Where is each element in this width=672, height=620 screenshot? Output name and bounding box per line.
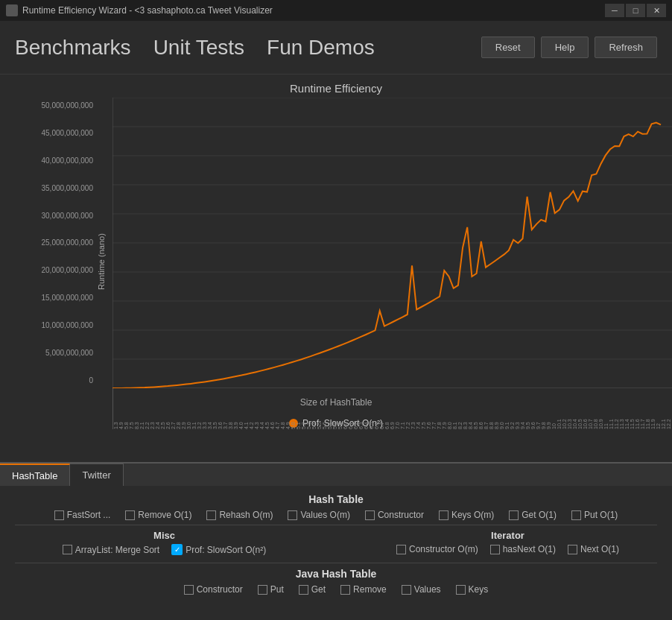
titlebar: Runtime Efficiency Wizard - <3 sashaphot… [0,0,672,21]
cb-fastsort-box[interactable] [54,510,64,520]
y-tick-0: 0 [7,376,93,385]
chart-svg [112,98,672,388]
y-tick-1: 5,000,000,000 [7,349,93,357]
reset-button[interactable]: Reset [481,37,535,58]
x-axis-ticks: 1.34.95.87.58.32.12.22.32.42.52.62.72.82… [112,388,672,429]
cb-slowsort-label: Prof: SlowSort O(n²) [186,545,266,555]
cb-jht-put-box[interactable] [258,585,267,595]
cb-next-label: Next O(1) [580,544,619,554]
cb-hasnext-box[interactable] [490,545,500,554]
y-tick-6: 30,000,000,000 [7,212,93,220]
cb-arraylist: ArrayList: Merge Sort [63,545,159,555]
cb-keys-label: Keys O(m) [451,510,494,520]
cb-iter-constructor: Constructor O(m) [396,544,478,554]
nav-tab-fun-demos[interactable]: Fun Demos [267,33,375,63]
app-icon [6,4,18,16]
cb-jht-values-box[interactable] [402,585,411,595]
cb-keys: Keys O(m) [439,510,494,520]
iterator-row: Constructor O(m) hasNext O(1) Next O(1) [358,544,657,554]
nav-buttons: Reset Help Refresh [481,37,657,58]
cb-next: Next O(1) [568,544,619,554]
cb-values-label: Values O(m) [300,510,349,520]
cb-put: Put O(1) [571,510,618,520]
misc-title: Misc [15,530,314,541]
cb-next-box[interactable] [568,545,577,554]
y-tick-9: 45,000,000,000 [7,129,93,137]
iterator-section: Iterator Constructor O(m) hasNext O(1) N… [358,530,657,558]
cb-hasnext-label: hasNext O(1) [503,544,556,554]
y-tick-10: 50,000,000,000 [7,101,93,110]
nav-tab-benchmarks[interactable]: Benchmarks [15,33,131,63]
cb-jht-remove-box[interactable] [340,585,350,595]
chart-title: Runtime Efficiency [7,82,665,95]
controls-area: Hash Table FastSort ... Remove O(1) Reha… [0,486,672,605]
cb-hasnext: hasNext O(1) [490,544,556,554]
cb-remove: Remove O(1) [125,510,191,520]
chart-line [112,123,661,388]
cb-fastsort-label: FastSort ... [67,510,111,520]
cb-values-box[interactable] [288,510,297,520]
cb-arraylist-label: ArrayList: Merge Sort [75,545,159,555]
cb-jht-get-box[interactable] [299,585,308,595]
maximize-button[interactable]: □ [626,4,645,17]
nav-tabs: Benchmarks Unit Tests Fun Demos [15,33,481,63]
close-button[interactable]: ✕ [647,4,666,17]
cb-constructor: Constructor [365,510,424,520]
cb-constructor-box[interactable] [365,510,375,520]
cb-jht-values-label: Values [414,584,441,595]
cb-jht-keys-box[interactable] [456,585,466,595]
cb-slowsort: ✓ Prof: SlowSort O(n²) [171,544,266,555]
misc-row: ArrayList: Merge Sort ✓ Prof: SlowSort O… [15,544,314,555]
nav-tab-unit-tests[interactable]: Unit Tests [153,33,244,63]
cb-jht-values: Values [402,584,441,595]
cb-rehash-label: Rehash O(m) [219,510,273,520]
help-button[interactable]: Help [541,37,589,58]
cb-jht-constructor: Constructor [184,584,243,595]
y-tick-3: 15,000,000,000 [7,294,93,302]
cb-jht-constructor-label: Constructor [197,584,243,595]
cb-jht-keys: Keys [456,584,489,595]
cb-get-box[interactable] [509,510,519,520]
refresh-button[interactable]: Refresh [595,37,657,58]
y-tick-7: 35,000,000,000 [7,184,93,192]
cb-remove-label: Remove O(1) [138,510,191,520]
cb-jht-remove-label: Remove [353,584,387,595]
misc-section: Misc ArrayList: Merge Sort ✓ Prof: SlowS… [15,530,314,558]
cb-remove-box[interactable] [125,510,135,520]
tab-hashtable[interactable]: HashTable [0,464,70,486]
cb-slowsort-box[interactable]: ✓ [171,544,183,555]
java-hash-title: Java Hash Table [15,568,657,580]
cb-keys-box[interactable] [439,510,448,520]
cb-jht-get-label: Get [311,584,326,595]
hash-table-row: FastSort ... Remove O(1) Rehash O(m) Val… [15,510,657,520]
cb-jht-put: Put [258,584,284,595]
hash-table-title: Hash Table [15,493,657,505]
tab-twitter[interactable]: Twitter [70,464,123,486]
y-tick-8: 40,000,000,000 [7,156,93,165]
y-axis-label: Runtime (nano) [93,98,110,426]
chart-container: 50,000,000,000 45,000,000,000 40,000,000… [7,98,665,426]
bottom-tabs: HashTable Twitter [0,462,672,486]
y-tick-5: 25,000,000,000 [7,238,93,247]
titlebar-title: Runtime Efficiency Wizard - <3 sashaphot… [22,5,605,16]
cb-jht-put-label: Put [270,584,284,595]
main-nav: Benchmarks Unit Tests Fun Demos Reset He… [0,21,672,75]
cb-values: Values O(m) [288,510,349,520]
cb-jht-keys-label: Keys [469,584,489,595]
cb-jht-get: Get [299,584,326,595]
cb-iter-constructor-label: Constructor O(m) [409,544,478,554]
cb-fastsort: FastSort ... [54,510,111,520]
cb-rehash-box[interactable] [206,510,216,520]
minimize-button[interactable]: ─ [605,4,624,17]
chart-section: Runtime Efficiency 50,000,000,000 45,000… [0,75,672,462]
window-controls: ─ □ ✕ [605,4,666,17]
cb-put-box[interactable] [571,510,581,520]
y-tick-2: 10,000,000,000 [7,321,93,329]
cb-iter-constructor-box[interactable] [396,545,406,554]
divider-2 [15,563,657,563]
divider-1 [15,525,657,525]
cb-arraylist-box[interactable] [63,545,72,554]
java-hash-row: Constructor Put Get Remove Values Keys [15,584,657,595]
cb-jht-constructor-box[interactable] [184,585,194,595]
cb-jht-remove: Remove [340,584,387,595]
